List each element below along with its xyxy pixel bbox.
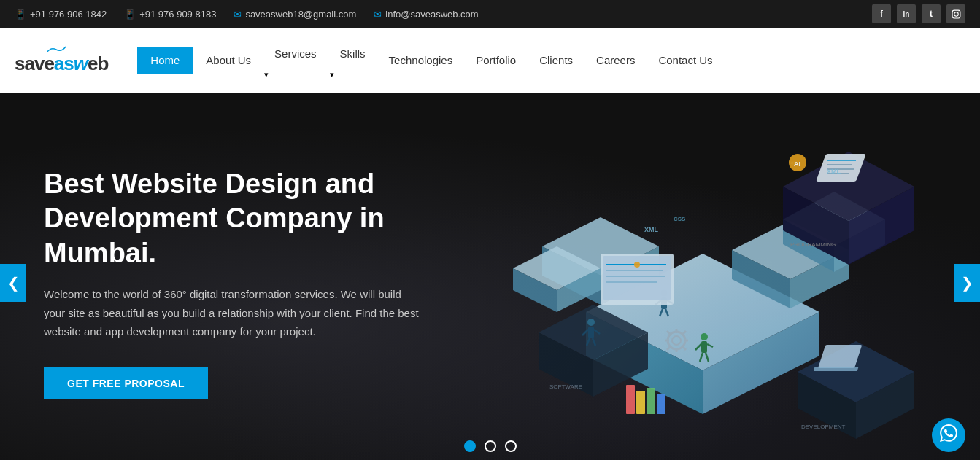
navbar: saveasweb Home About Us Services Skills … [0, 28, 980, 93]
nav-careers[interactable]: Careers [586, 47, 645, 74]
svg-rect-75 [657, 394, 665, 414]
hero-title: Best Website Design and Development Comp… [44, 167, 438, 271]
svg-rect-73 [636, 391, 645, 414]
hero-section: ❮ Best Website Design and Development Co… [0, 93, 980, 460]
twitter-icon[interactable]: t [922, 4, 941, 23]
svg-text:CSS: CSS [674, 216, 686, 222]
svg-rect-34 [818, 345, 862, 368]
svg-text:AI: AI [794, 160, 800, 168]
nav-contact[interactable]: Contact Us [648, 47, 722, 74]
phone-icon: 📱 [15, 9, 26, 20]
nav-portfolio[interactable]: Portfolio [466, 47, 526, 74]
facebook-icon[interactable]: f [872, 4, 891, 23]
svg-rect-35 [814, 367, 859, 371]
svg-rect-0 [952, 10, 960, 18]
hero-subtitle: Welcome to the world of 360° digital tra… [44, 285, 423, 341]
logo-text: saveasweb [15, 52, 108, 75]
carousel-dot-2[interactable] [485, 440, 496, 452]
nav-about[interactable]: About Us [196, 47, 261, 74]
svg-point-2 [957, 11, 959, 12]
hero-content: Best Website Design and Development Comp… [0, 167, 482, 399]
phone2-text: +91 976 909 8183 [139, 9, 216, 20]
svg-text:XML: XML [644, 226, 659, 233]
svg-text:XML: XML [827, 168, 841, 175]
svg-text:SOFTWARE: SOFTWARE [549, 383, 582, 390]
phone1-text: +91 976 906 1842 [30, 9, 107, 20]
email2-icon: ✉ [374, 9, 382, 20]
email1-text: saveasweb18@gmail.com [245, 9, 356, 20]
chevron-right-icon: ❯ [961, 274, 973, 292]
email1-icon: ✉ [234, 9, 242, 20]
phone2-icon: 📱 [124, 9, 136, 20]
phone2-item: 📱 +91 976 909 8183 [124, 9, 216, 20]
svg-point-1 [954, 12, 957, 15]
email2-item: ✉ info@saveasweb.com [374, 9, 478, 20]
nav-careers-link[interactable]: Careers [586, 47, 645, 74]
nav-clients[interactable]: Clients [529, 47, 583, 74]
carousel-prev-button[interactable]: ❮ [0, 264, 26, 302]
linkedin-icon[interactable]: in [897, 4, 916, 23]
top-bar: 📱 +91 976 906 1842 📱 +91 976 909 8183 ✉ … [0, 0, 980, 28]
top-bar-contacts: 📱 +91 976 906 1842 📱 +91 976 909 8183 ✉ … [15, 9, 479, 20]
nav-portfolio-link[interactable]: Portfolio [466, 47, 526, 74]
instagram-icon[interactable] [946, 4, 965, 23]
social-links: f in t [872, 4, 965, 23]
chevron-left-icon: ❮ [7, 274, 20, 292]
email2-text: info@saveasweb.com [385, 9, 478, 20]
svg-rect-38 [588, 327, 594, 338]
nav-technologies-link[interactable]: Technologies [379, 47, 463, 74]
nav-technologies[interactable]: Technologies [379, 47, 463, 74]
nav-services-link[interactable]: Services [264, 40, 327, 67]
svg-point-49 [701, 333, 708, 340]
whatsapp-icon [940, 424, 957, 446]
nav-skills-link[interactable]: Skills [330, 40, 376, 67]
whatsapp-float-button[interactable] [932, 418, 965, 452]
logo[interactable]: saveasweb [15, 45, 108, 75]
svg-point-37 [587, 319, 595, 326]
carousel-dots [464, 440, 517, 452]
svg-text:DEVELOPMENT: DEVELOPMENT [801, 424, 846, 430]
carousel-dot-3[interactable] [505, 440, 517, 452]
get-free-proposal-button[interactable]: GET FREE PROPOSAL [44, 367, 208, 399]
svg-rect-74 [647, 388, 655, 414]
nav-home-link[interactable]: Home [137, 47, 193, 74]
nav-clients-link[interactable]: Clients [529, 47, 583, 74]
nav-about-link[interactable]: About Us [196, 47, 261, 74]
nav-home[interactable]: Home [137, 47, 193, 74]
carousel-dot-1[interactable] [464, 440, 476, 452]
nav-links: Home About Us Services Skills Technologi… [137, 40, 965, 80]
nav-skills[interactable]: Skills [330, 40, 376, 80]
svg-rect-72 [626, 385, 635, 414]
svg-point-71 [634, 262, 640, 268]
hero-illustration: PROGRAMMING SOFTWARE DEVELOPMENT [498, 108, 951, 460]
nav-services[interactable]: Services [264, 40, 327, 80]
svg-rect-50 [701, 341, 707, 353]
svg-text:PROGRAMMING: PROGRAMMING [790, 241, 836, 248]
carousel-next-button[interactable]: ❯ [954, 264, 980, 302]
phone1-item: 📱 +91 976 906 1842 [15, 9, 107, 20]
email1-item: ✉ saveasweb18@gmail.com [234, 9, 356, 20]
nav-contact-link[interactable]: Contact Us [648, 47, 722, 74]
